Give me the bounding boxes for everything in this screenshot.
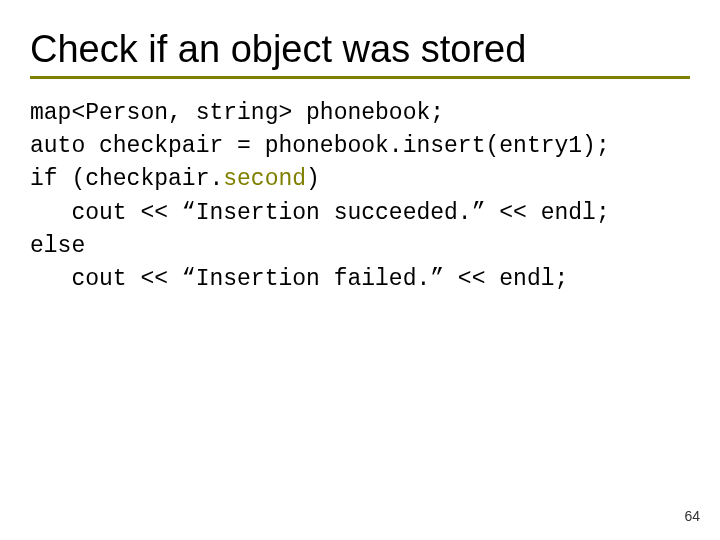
code-line-6: cout << “Insertion failed.” << endl;: [30, 266, 568, 292]
slide-title: Check if an object was stored: [30, 28, 690, 72]
code-line-5: else: [30, 233, 85, 259]
code-line-2: auto checkpair = phonebook.insert(entry1…: [30, 133, 610, 159]
page-number: 64: [684, 508, 700, 524]
slide: Check if an object was stored map<Person…: [0, 0, 720, 540]
code-line-3-post: ): [306, 166, 320, 192]
code-line-1: map<Person, string> phonebook;: [30, 100, 444, 126]
code-line-4: cout << “Insertion succeeded.” << endl;: [30, 200, 610, 226]
code-block: map<Person, string> phonebook; auto chec…: [30, 97, 690, 297]
code-highlight-second: second: [223, 166, 306, 192]
title-underline: [30, 76, 690, 79]
code-line-3-pre: if (checkpair.: [30, 166, 223, 192]
